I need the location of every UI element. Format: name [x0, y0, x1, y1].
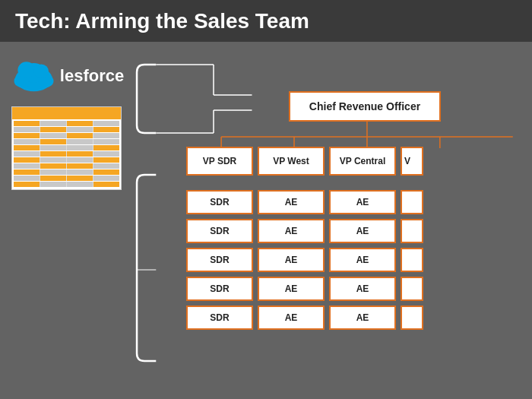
slide: Tech: Arming the Sales Team lesforce [0, 0, 532, 399]
ae-east-row-3 [401, 248, 423, 272]
ae-west-row-5: AE [258, 306, 325, 330]
salesforce-logo: lesforce [9, 57, 124, 95]
cro-box: Chief Revenue Officer [289, 91, 441, 122]
sdr-row-4: SDR [186, 277, 253, 301]
vp-sdr-box: VP SDR [186, 147, 253, 176]
org-chart-area: Chief Revenue Officer VP SDR VP West VP … [133, 49, 532, 399]
title-bar: Tech: Arming the Sales Team [0, 0, 532, 42]
sdr-row-3: SDR [186, 248, 253, 272]
vp-west-label: VP West [258, 147, 325, 176]
vp-east-label: V [401, 147, 423, 176]
ae-east-column-partial [401, 190, 423, 330]
ae-central-row-4: AE [329, 277, 396, 301]
vp-central-label: VP Central [329, 147, 396, 176]
salesforce-cloud-icon [9, 57, 59, 95]
vp-central-box: VP Central [329, 147, 396, 176]
vp-west-box: VP West [258, 147, 325, 176]
ae-east-row-4 [401, 277, 423, 301]
ae-east-row-1 [401, 190, 423, 214]
ae-west-row-2: AE [258, 219, 325, 243]
ae-central-row-5: AE [329, 306, 396, 330]
sdr-row-1: SDR [186, 190, 253, 214]
ae-central-row-1: AE [329, 190, 396, 214]
ae-east-row-5 [401, 306, 423, 330]
ae-central-row-2: AE [329, 219, 396, 243]
vp-east-partial-box: V [401, 147, 423, 176]
ae-west-row-3: AE [258, 248, 325, 272]
ae-east-row-2 [401, 219, 423, 243]
ae-west-column: AE AE AE AE AE [258, 190, 325, 330]
landscape-thumbnail [11, 106, 122, 190]
sdr-row-5: SDR [186, 306, 253, 330]
left-panel: lesforce [0, 49, 133, 399]
svg-point-5 [33, 65, 49, 78]
vp-sdr-label: VP SDR [186, 147, 253, 176]
ae-west-row-1: AE [258, 190, 325, 214]
ae-central-column: AE AE AE AE AE [329, 190, 396, 330]
ae-west-row-4: AE [258, 277, 325, 301]
ae-central-row-3: AE [329, 248, 396, 272]
cro-container: Chief Revenue Officer [289, 91, 441, 122]
page-title: Tech: Arming the Sales Team [15, 9, 309, 33]
sdr-row-2: SDR [186, 219, 253, 243]
content-area: lesforce [0, 42, 532, 399]
salesforce-text: lesforce [60, 66, 124, 86]
sdr-column: SDR SDR SDR SDR SDR [186, 190, 253, 330]
svg-point-4 [17, 62, 35, 78]
